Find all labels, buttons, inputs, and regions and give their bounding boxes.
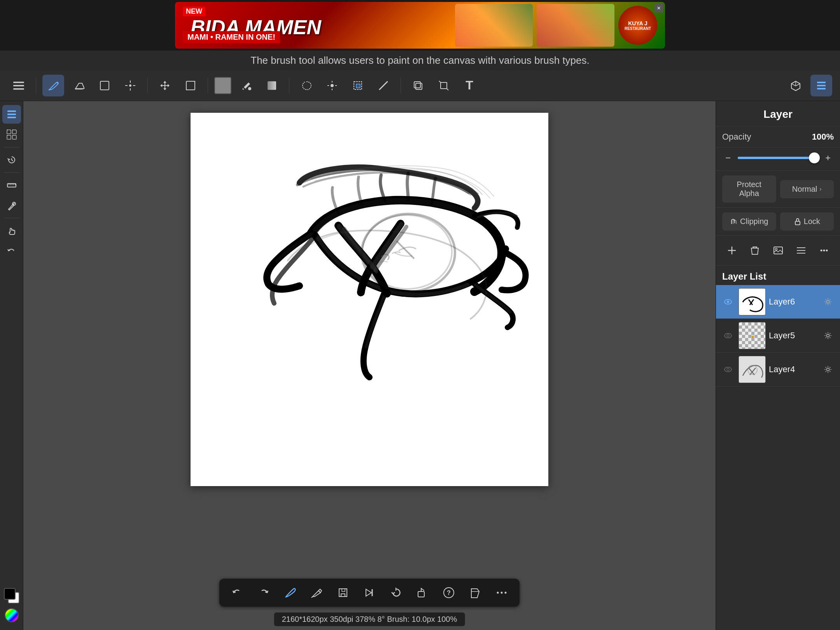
opacity-slider-track[interactable]	[738, 157, 818, 159]
layer5-settings-button[interactable]	[821, 328, 835, 343]
move-tool-button[interactable]	[154, 75, 176, 96]
layer6-settings-button[interactable]	[821, 294, 835, 309]
svg-rect-1	[13, 85, 24, 86]
color-swatch[interactable]	[214, 77, 231, 94]
fill-tool-button[interactable]	[235, 75, 257, 96]
sidebar-grid-button[interactable]	[2, 125, 21, 144]
brush-shortcut-button[interactable]	[280, 583, 300, 603]
svg-point-60	[501, 592, 503, 594]
svg-rect-31	[7, 114, 16, 115]
svg-rect-11	[186, 81, 195, 90]
crop-button[interactable]	[433, 75, 455, 96]
svg-rect-28	[817, 85, 826, 86]
layers-toggle-button[interactable]	[810, 75, 832, 96]
svg-point-73	[821, 250, 822, 252]
clipping-button[interactable]: Clipping	[722, 212, 776, 231]
ad-subtitle: MAMI • RAMEN IN ONE!	[183, 31, 280, 43]
smudge-button[interactable]	[373, 75, 394, 96]
svg-point-79	[724, 333, 732, 338]
undo-button[interactable]	[227, 583, 247, 603]
ad-close-button[interactable]: ✕	[654, 4, 663, 12]
svg-point-80	[727, 334, 729, 337]
text-tool-button[interactable]: T	[458, 75, 480, 96]
layer4-settings-button[interactable]	[821, 362, 835, 377]
layer5-visibility-button[interactable]	[721, 328, 735, 343]
ad-banner: NEW BIDA MAMEN MAMI • RAMEN IN ONE! KUYA…	[0, 0, 840, 51]
tooltip-text: The brush tool allows users to paint on …	[250, 54, 589, 66]
blend-mode-label: Normal	[792, 185, 817, 194]
sidebar-history-button[interactable]	[2, 150, 21, 169]
sidebar-undo-button[interactable]	[2, 242, 21, 260]
sidebar-hand-button[interactable]	[2, 221, 21, 240]
lasso-tool-button[interactable]	[296, 75, 317, 96]
layer4-thumbnail	[738, 356, 766, 383]
quick-select-button[interactable]	[347, 75, 369, 96]
svg-line-49	[312, 597, 313, 598]
duplicate-button[interactable]	[407, 75, 429, 96]
svg-rect-2	[13, 88, 24, 90]
image-insert-button[interactable]	[768, 240, 788, 261]
drawing-canvas[interactable]	[191, 113, 548, 486]
brush-tool-button[interactable]	[42, 75, 64, 96]
layer6-visibility-button[interactable]	[721, 294, 735, 309]
clipping-label: Clipping	[740, 217, 768, 226]
lock-label: Lock	[804, 217, 820, 226]
svg-line-25	[796, 84, 800, 86]
svg-rect-50	[342, 589, 345, 592]
3d-view-button[interactable]	[785, 75, 807, 96]
layer-list-view-button[interactable]	[791, 240, 810, 261]
opacity-slider-thumb[interactable]	[809, 152, 820, 163]
add-layer-button[interactable]	[722, 240, 741, 261]
svg-line-26	[791, 84, 796, 86]
layer4-visibility-button[interactable]	[721, 362, 735, 377]
blend-mode-button[interactable]: Normal ›	[780, 180, 834, 198]
clip-lock-row: Clipping Lock	[716, 208, 840, 236]
layer-item-layer4[interactable]: Layer4	[716, 353, 840, 387]
opacity-plus-button[interactable]: +	[822, 151, 834, 165]
transform-tool-button[interactable]	[119, 75, 141, 96]
canvas-area[interactable]: ? 840*630px 350dpi 378% 8° Brush: 10.0…	[23, 101, 716, 630]
svg-line-22	[439, 81, 441, 82]
menu-button[interactable]	[8, 75, 30, 96]
redo-button[interactable]	[254, 583, 274, 603]
svg-point-18	[331, 84, 334, 87]
rotate-button[interactable]	[386, 583, 406, 603]
layer4-name: Layer4	[769, 364, 817, 374]
svg-point-74	[823, 250, 825, 252]
svg-rect-68	[774, 247, 782, 254]
gradient-tool-button[interactable]	[261, 75, 283, 96]
black-color-swatch[interactable]	[4, 588, 16, 600]
share-button[interactable]	[412, 583, 432, 603]
opacity-minus-button[interactable]: −	[722, 151, 734, 165]
save-button[interactable]	[333, 583, 353, 603]
sidebar-ruler-button[interactable]	[2, 176, 21, 194]
svg-rect-0	[13, 82, 24, 83]
resize-tool-button[interactable]	[180, 75, 201, 96]
svg-point-82	[827, 334, 830, 337]
action-button[interactable]	[465, 583, 485, 603]
layer-item-layer5[interactable]: 🔒 Layer5	[716, 319, 840, 353]
toolbar-divider-3	[208, 78, 208, 93]
selection-tool-button[interactable]	[94, 75, 116, 96]
help-button[interactable]: ?	[439, 583, 459, 603]
delete-layer-button[interactable]	[745, 240, 764, 261]
ad-banner-inner[interactable]: NEW BIDA MAMEN MAMI • RAMEN IN ONE! KUYA…	[175, 2, 665, 49]
magic-wand-button[interactable]	[321, 75, 343, 96]
more-button[interactable]	[492, 583, 512, 603]
svg-line-23	[447, 89, 448, 90]
eraser-tool-button[interactable]	[68, 75, 90, 96]
layer-more-button[interactable]	[815, 240, 834, 261]
layer-item-layer6[interactable]: Layer6	[716, 285, 840, 319]
protect-alpha-button[interactable]: Protect Alpha	[722, 175, 776, 203]
color-wheel-button[interactable]	[5, 608, 19, 622]
svg-rect-62	[795, 221, 800, 225]
opacity-row: Opacity 100%	[716, 126, 840, 148]
svg-rect-27	[817, 82, 826, 83]
svg-point-86	[827, 368, 830, 371]
toolbar-divider-5	[401, 78, 401, 93]
pencil-button[interactable]	[306, 583, 327, 603]
sidebar-layers-button[interactable]	[2, 105, 21, 124]
sidebar-eyedropper-button[interactable]	[2, 196, 21, 215]
skip-button[interactable]	[359, 583, 380, 603]
lock-button[interactable]: Lock	[780, 212, 834, 231]
